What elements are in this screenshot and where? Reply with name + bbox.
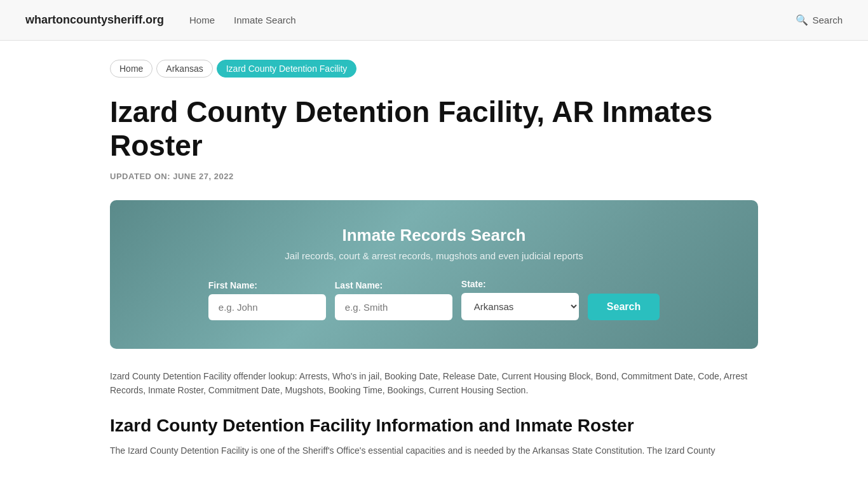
widget-subtitle: Jail records, court & arrest records, mu… [142, 250, 726, 261]
search-icon: 🔍 [796, 14, 808, 26]
nav-home[interactable]: Home [189, 15, 215, 25]
description-text: Izard County Detention Facility offender… [110, 369, 758, 398]
search-form: First Name: Last Name: State: Arkansas A… [142, 279, 726, 320]
search-widget: Inmate Records Search Jail records, cour… [110, 200, 758, 349]
header-search[interactable]: 🔍 Search [796, 14, 843, 26]
widget-title: Inmate Records Search [142, 226, 726, 245]
main-content: Home Arkansas Izard County Detention Fac… [85, 41, 783, 484]
first-name-group: First Name: [208, 280, 326, 320]
first-name-label: First Name: [208, 280, 257, 290]
header-search-label: Search [812, 15, 843, 25]
section-heading: Izard County Detention Facility Informat… [110, 416, 758, 436]
updated-text: UPDATED ON: JUNE 27, 2022 [110, 172, 758, 181]
last-name-label: Last Name: [335, 280, 383, 290]
header: whartoncountysheriff.org Home Inmate Sea… [0, 0, 868, 41]
breadcrumb-home[interactable]: Home [110, 60, 153, 78]
page-title: Izard County Detention Facility, AR Inma… [110, 95, 758, 163]
breadcrumb: Home Arkansas Izard County Detention Fac… [110, 60, 758, 78]
state-select[interactable]: Arkansas Alabama Alaska Arizona Californ… [461, 293, 579, 320]
site-logo[interactable]: whartoncountysheriff.org [25, 13, 164, 27]
last-name-group: Last Name: [335, 280, 452, 320]
section-body: The Izard County Detention Facility is o… [110, 444, 758, 459]
breadcrumb-arkansas[interactable]: Arkansas [156, 60, 212, 78]
state-group: State: Arkansas Alabama Alaska Arizona C… [461, 279, 579, 320]
nav-links: Home Inmate Search [189, 15, 796, 25]
first-name-input[interactable] [208, 294, 326, 320]
breadcrumb-facility[interactable]: Izard County Detention Facility [217, 60, 357, 78]
state-label: State: [461, 279, 486, 289]
nav-inmate-search[interactable]: Inmate Search [234, 15, 296, 25]
search-button[interactable]: Search [588, 294, 660, 320]
last-name-input[interactable] [335, 294, 452, 320]
